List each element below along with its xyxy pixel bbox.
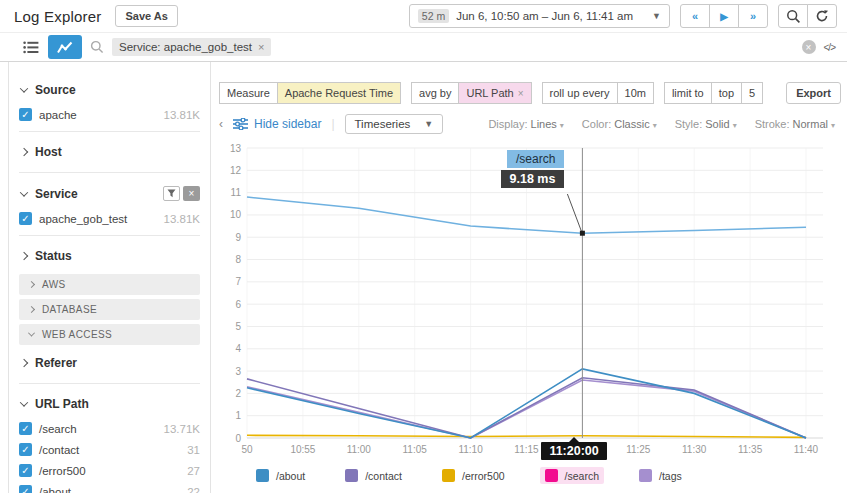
chip-remove-icon[interactable]: × — [258, 41, 264, 53]
facet-item-count: 13.71K — [164, 423, 200, 435]
checkbox-checked-icon[interactable]: ✓ — [19, 422, 32, 435]
viz-type-select[interactable]: Timeseries ▼ — [345, 114, 444, 134]
remove-group-by-icon[interactable]: × — [518, 88, 524, 99]
chevron-right-icon — [28, 281, 35, 288]
measure-label[interactable]: Measure — [219, 82, 278, 104]
hide-sidebar-label: Hide sidebar — [254, 117, 321, 131]
facet-section-label: URL Path — [35, 397, 89, 411]
remove-facet-filter-button[interactable]: × — [183, 186, 200, 201]
avg-by-value[interactable]: URL Path× — [458, 82, 531, 104]
timeseries-chart[interactable]: 5010:5511:0011:0511:1011:1511:2011:2511:… — [221, 140, 841, 484]
checkbox-checked-icon[interactable]: ✓ — [19, 485, 32, 493]
facet-section-service[interactable]: Service × — [19, 179, 200, 208]
stroke-option[interactable]: Stroke:Normal▾ — [755, 118, 835, 130]
checkbox-checked-icon[interactable]: ✓ — [19, 443, 32, 456]
svg-text:11: 11 — [231, 187, 242, 198]
top-bar: Log Explorer Save As 52 m Jun 6, 10:50 a… — [0, 0, 847, 32]
facet-item-label: apache — [39, 109, 77, 121]
checkbox-checked-icon[interactable]: ✓ — [19, 464, 32, 477]
refresh-button[interactable] — [807, 4, 837, 28]
chevron-right-icon — [20, 359, 28, 367]
facet-section-status[interactable]: Status — [19, 242, 200, 270]
svg-text:50: 50 — [241, 444, 253, 455]
view-action-group — [778, 4, 837, 28]
time-back-button[interactable]: « — [680, 4, 710, 28]
checkbox-checked-icon[interactable]: ✓ — [19, 108, 32, 121]
divider — [19, 235, 200, 236]
checkbox-checked-icon[interactable]: ✓ — [19, 212, 32, 225]
measure-group: Measure Apache Request Time — [219, 82, 401, 104]
facet-item-error500[interactable]: ✓ /error500 27 — [19, 460, 200, 481]
color-option[interactable]: Color:Classic▾ — [582, 118, 657, 130]
legend-item-tags[interactable]: /tags — [634, 467, 687, 484]
chart-canvas[interactable]: 5010:5511:0011:0511:1011:1511:2011:2511:… — [221, 140, 841, 462]
style-option[interactable]: Style:Solid▾ — [675, 118, 737, 130]
filter-facet-button[interactable] — [163, 186, 180, 201]
search-input[interactable]: Service: apache_gob_test × — [90, 38, 794, 56]
legend-item-error500[interactable]: /error500 — [437, 467, 510, 484]
legend-item-search[interactable]: /search — [540, 467, 604, 484]
time-forward-button[interactable]: » — [738, 4, 768, 28]
chevron-down-icon: ▾ — [831, 121, 835, 130]
facet-section-referer[interactable]: Referer — [19, 349, 200, 377]
legend-label: /contact — [365, 470, 402, 482]
svg-text:1: 1 — [235, 410, 241, 421]
avg-by-group: avg by URL Path× — [411, 82, 532, 104]
limit-label[interactable]: limit to — [664, 82, 712, 104]
chevron-down-icon — [20, 398, 28, 406]
svg-text:11:05: 11:05 — [403, 444, 428, 455]
export-button[interactable]: Export — [786, 82, 841, 104]
display-label: Display: — [488, 118, 527, 130]
zoom-button[interactable] — [778, 4, 808, 28]
facet-group-aws[interactable]: AWS — [19, 274, 200, 295]
list-view-button[interactable] — [14, 35, 48, 59]
svg-text:11:15: 11:15 — [514, 444, 539, 455]
facet-item-apache-gob-test[interactable]: ✓ apache_gob_test 13.81K — [19, 208, 200, 229]
legend-item-contact[interactable]: /contact — [340, 467, 407, 484]
legend-item-about[interactable]: /about — [251, 467, 310, 484]
hide-sidebar-button[interactable]: Hide sidebar — [233, 117, 321, 131]
chevron-down-icon — [28, 330, 35, 337]
service-filter-chip[interactable]: Service: apache_gob_test × — [112, 38, 271, 56]
svg-text:11:30: 11:30 — [682, 444, 707, 455]
facet-group-label: DATABASE — [42, 304, 97, 315]
time-range-text: Jun 6, 10:50 am – Jun 6, 11:41 am — [456, 10, 633, 22]
save-as-button[interactable]: Save As — [115, 5, 177, 27]
limit-direction[interactable]: top — [711, 82, 742, 104]
time-play-button[interactable]: ▶ — [709, 4, 739, 28]
limit-value[interactable]: 5 — [741, 82, 763, 104]
facet-item-apache[interactable]: ✓ apache 13.81K — [19, 104, 200, 125]
facet-item-about[interactable]: ✓ /about 22 — [19, 481, 200, 493]
avg-by-label[interactable]: avg by — [411, 82, 459, 104]
facet-section-source[interactable]: Source — [19, 76, 200, 104]
rollup-label[interactable]: roll up every — [542, 82, 618, 104]
rollup-value[interactable]: 10m — [617, 82, 654, 104]
facet-item-count: 13.81K — [164, 213, 200, 225]
legend-swatch — [442, 469, 455, 482]
chart-legend: /about /contact /error500 /search /tags — [251, 467, 841, 484]
search-bar: Service: apache_gob_test × × </> — [0, 32, 847, 62]
refresh-icon — [815, 9, 829, 23]
fast-forward-icon: » — [750, 10, 756, 22]
display-option[interactable]: Display:Lines▾ — [488, 118, 563, 130]
facet-section-label: Referer — [35, 356, 77, 370]
collapse-panel-arrow[interactable]: ‹ — [219, 117, 223, 131]
color-label: Color: — [582, 118, 611, 130]
facet-section-label: Service — [35, 187, 78, 201]
legend-label: /search — [565, 470, 599, 482]
style-value: Solid — [705, 118, 729, 130]
time-range-picker[interactable]: 52 m Jun 6, 10:50 am – Jun 6, 11:41 am ▼ — [409, 4, 670, 28]
svg-text:10: 10 — [230, 209, 242, 220]
timeseries-view-button[interactable] — [48, 35, 82, 59]
facet-group-web-access[interactable]: WEB ACCESS — [19, 324, 200, 345]
clear-search-button[interactable]: × — [802, 40, 816, 54]
facet-group-database[interactable]: DATABASE — [19, 299, 200, 320]
measure-value[interactable]: Apache Request Time — [277, 82, 401, 104]
facet-section-url-path[interactable]: URL Path — [19, 390, 200, 418]
facet-item-contact[interactable]: ✓ /contact 31 — [19, 439, 200, 460]
facet-item-label: /about — [39, 486, 71, 494]
svg-text:0: 0 — [235, 433, 241, 444]
code-view-toggle[interactable]: </> — [824, 42, 837, 53]
facet-section-host[interactable]: Host — [19, 138, 200, 166]
facet-item-search[interactable]: ✓ /search 13.71K — [19, 418, 200, 439]
